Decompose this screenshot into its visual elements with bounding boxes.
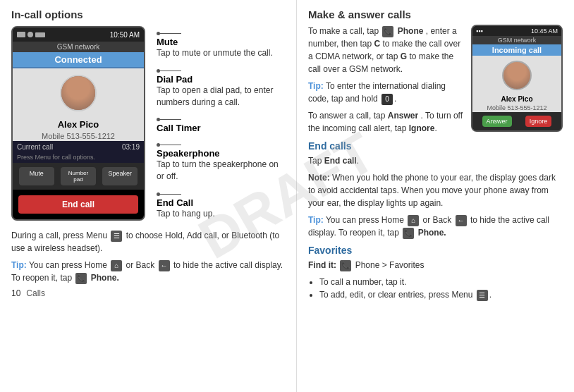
callout-speakerphone: Speakerphone Tap to turn the speakerphon… [157, 143, 285, 183]
ps-answer-button[interactable]: Answer [482, 116, 512, 127]
menu-icon: ☰ [111, 231, 122, 242]
footer-section-label: Calls [26, 288, 45, 298]
page-footer: 10 Calls [11, 288, 285, 298]
note-label: Note: [308, 173, 330, 183]
phone-buttons-row: Mute Number pad Speaker [13, 163, 144, 190]
tip-label-1: Tip: [11, 260, 27, 270]
phone-screenshot-area: 10:50 AM GSM network Connected Alex Pico… [11, 26, 285, 221]
callout-mute-title: Mute [157, 37, 285, 47]
favorites-title: Favorites [308, 245, 563, 256]
call-timer: 03:19 [122, 143, 140, 151]
body-text-1: During a call, press Menu ☰ to choose Ho… [11, 229, 285, 255]
end-calls-body: Tap End call. [308, 154, 563, 167]
phone-menu-hint: Press Menu for call options. [13, 153, 144, 163]
ps-status-bar: ▪▪▪ 10:45 AM [472, 26, 561, 36]
callout-calltimer: Call Timer [157, 118, 285, 133]
right-column: Make & answer calls ▪▪▪ 10:45 AM GSM net… [296, 0, 574, 392]
find-it-label: Find it: [308, 260, 336, 270]
ps-incoming: Incoming call [472, 44, 561, 56]
ps-time: 10:45 AM [531, 27, 558, 35]
callout-speakerphone-connector [157, 143, 285, 147]
current-call-label: Current call [17, 143, 53, 151]
phone-status-icons [17, 32, 45, 37]
connector-line-mute [160, 33, 181, 34]
intro-1: To make a call, tap [308, 26, 379, 36]
end-call-button[interactable]: End call [18, 195, 138, 214]
ps-avatar [502, 61, 532, 90]
callout-calltimer-connector [157, 118, 285, 121]
mute-button[interactable]: Mute [19, 167, 54, 185]
home-icon-right: ⌂ [408, 215, 419, 226]
period2: . [357, 156, 359, 166]
answer-intro: To answer a call, tap [308, 111, 385, 121]
right-section-title: Make & answer calls [308, 8, 563, 20]
connector-line-endcall [160, 194, 181, 195]
callout-speakerphone-title: Speakerphone [157, 148, 285, 159]
ignore-bold: Ignore [409, 123, 435, 133]
ps-network: GSM network [472, 36, 561, 44]
phone-network-bar: GSM network [13, 42, 144, 52]
end-calls-tap: Tap [308, 156, 322, 166]
phone-icon-left: 📞 [75, 273, 87, 284]
phone-time: 10:50 AM [110, 31, 140, 39]
find-it-text: Find it: 📞 Phone > Favorites [308, 259, 563, 271]
period1: . [434, 123, 436, 133]
body-text-1a: During a call, press Menu [11, 231, 107, 240]
ps-status-icons: ▪▪▪ [476, 27, 483, 35]
bullet-item-1: To call a number, tap it. [319, 276, 563, 288]
callout-mute: Mute Tap to mute or unmute the call. [157, 32, 285, 59]
callout-endcall-title: End Call [157, 197, 285, 208]
callout-endcall: End Call Tap to hang up. [157, 192, 285, 220]
ps-contact-number: Mobile 513-555-1212 [472, 104, 561, 112]
phone-icon-right: 📞 [382, 26, 393, 37]
left-column: In-call options 10:50 AM GSM network Con… [0, 0, 296, 392]
phone-status-bar: 10:50 AM [13, 27, 144, 42]
avatar-face [61, 76, 95, 110]
phone-call-info: Current call 03:19 [13, 141, 144, 153]
callout-calltimer-title: Call Timer [157, 123, 285, 133]
connector-line-speakerphone [160, 145, 181, 145]
back-icon: ← [159, 260, 170, 271]
battery-icon [35, 32, 45, 37]
callout-endcall-connector [157, 192, 285, 196]
note-body: When you hold the phone to your ear, the… [308, 173, 556, 208]
bullet-2-text: To add, edit, or clear entries, press Me… [319, 290, 472, 300]
phone-connected-bar: Connected [13, 52, 144, 68]
phone-mockup: 10:50 AM GSM network Connected Alex Pico… [11, 26, 145, 221]
callout-dialpad-desc: Tap to open a dial pad, to enter numbers… [157, 85, 285, 109]
answer-bold: Answer [388, 111, 418, 121]
phone-bold: Phone [398, 26, 424, 36]
number-pad-button[interactable]: Number pad [61, 167, 96, 185]
ps-contact-name: Alex Pico [472, 94, 561, 104]
note-text: Note: When you hold the phone to your ea… [308, 171, 563, 209]
callout-dialpad-title: Dial Pad [157, 74, 285, 85]
zero-icon: 0 [381, 94, 393, 105]
tip-3b: or Back [423, 215, 452, 225]
phone-avatar-area [13, 68, 144, 118]
tip-3-label: Tip: [308, 215, 324, 225]
speaker-button[interactable]: Speaker [102, 167, 138, 185]
ps-ignore-button[interactable]: Ignore [525, 116, 552, 127]
tip-2-body: To enter the international dialing code,… [308, 81, 446, 104]
callout-dialpad: Dial Pad Tap to open a dial pad, to ente… [157, 69, 285, 109]
home-icon: ⌂ [111, 260, 122, 271]
ps-buttons-row: Answer Ignore [472, 112, 561, 130]
callout-speakerphone-desc: Tap to turn the speakerphone on or off. [157, 159, 285, 183]
c-bold: C [374, 39, 380, 49]
left-section-title: In-call options [11, 8, 285, 20]
connector-line-calltimer [160, 119, 181, 120]
tip-3a: You can press Home [326, 215, 404, 225]
tip-3-phone: Phone. [418, 228, 446, 238]
favorites-list: To call a number, tap it. To add, edit, … [319, 276, 563, 301]
bullet-item-2: To add, edit, or clear entries, press Me… [319, 288, 563, 301]
tip-2-label: Tip: [308, 81, 324, 91]
phone-contact-name: Alex Pico [13, 118, 144, 131]
callout-mute-connector [157, 32, 285, 35]
ps-avatar-area [472, 56, 561, 94]
callout-mute-desc: Tap to mute or unmute the call. [157, 47, 285, 59]
phone-icon-find: 📞 [340, 260, 351, 271]
phone-contact-number: Mobile 513-555-1212 [13, 131, 144, 141]
callout-labels: Mute Tap to mute or unmute the call. Dia… [157, 26, 285, 221]
tip-text-1: Tip: You can press Home ⌂ or Back ← to h… [11, 259, 285, 284]
page-number: 10 [11, 288, 20, 298]
